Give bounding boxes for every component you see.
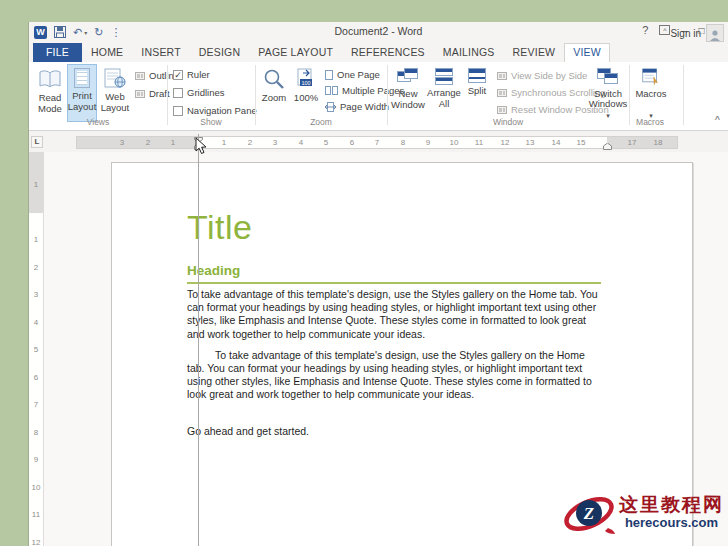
ruler-label: 10 [29,483,43,493]
document-heading-text[interactable]: Heading [187,263,601,284]
svg-text:100: 100 [301,80,310,86]
macros-button[interactable]: Macros ▾ [633,64,669,122]
ruler-label: 1 [218,138,230,147]
outline-icon [135,72,145,80]
ruler-label: 15 [575,138,587,147]
ribbon-tab[interactable]: INSERT [132,43,190,62]
ruler-label: 12 [29,538,43,546]
ribbon: Read Mode Print Layout Web Layout [29,62,728,131]
print-layout-icon [74,68,90,88]
ribbon-tab[interactable]: PAGE LAYOUT [249,43,342,62]
ruler-label: 13 [524,138,536,147]
ruler-label: 1 [29,180,43,190]
person-icon [709,29,721,41]
checkbox-icon[interactable] [173,106,183,116]
arrange-all-icon [435,68,453,85]
zoom-button[interactable]: Zoom [259,64,289,122]
page-width-button[interactable]: Page Width [325,99,389,114]
screenshot-canvas: W ↶ ▾ ↻ ⋮ Document2 - Word ? ^ – □ × [0,0,728,546]
ruler-labels: 3211234567891011121314151718 [30,137,632,150]
avatar[interactable] [706,24,724,42]
watermark-url-text: herecours.com [625,516,718,530]
ribbon-tab[interactable]: HOME [82,43,132,62]
ruler-label: 7 [371,138,383,147]
show-checkbox-item[interactable]: Ruler [173,67,257,82]
multiple-pages-icon [325,86,338,95]
view-side-by-side-icon [497,72,507,80]
checkbox-icon[interactable] [173,88,183,98]
new-window-button[interactable]: New Window [391,64,425,122]
ruler-label: 3 [29,290,43,300]
ribbon-tab[interactable]: MAILINGS [434,43,504,62]
document-title-text[interactable]: Title [187,207,601,247]
group-separator [167,65,168,125]
new-window-icon [397,68,419,86]
reset-window-position-icon [497,106,507,114]
zoom-icon [263,68,285,90]
show-checkbox-item[interactable]: Gridlines [173,85,257,100]
group-separator [683,65,684,125]
ruler-label: 2 [142,138,154,147]
ribbon-tab-row: FILEHOMEINSERTDESIGNPAGE LAYOUTREFERENCE… [29,42,728,62]
title-bar[interactable]: W ↶ ▾ ↻ ⋮ Document2 - Word ? ^ – □ × [29,22,728,42]
split-button[interactable]: Split [463,64,491,122]
zoom-100-icon: 100 [295,68,317,90]
read-mode-button[interactable]: Read Mode [35,64,65,122]
indent-guide-line [198,134,199,546]
horizontal-ruler[interactable]: 3211234567891011121314151718 [76,136,678,149]
paragraph[interactable]: To take advantage of this template's des… [187,349,601,402]
switch-windows-button[interactable]: Switch Windows ▾ [587,64,629,122]
macros-icon [641,68,661,86]
collapse-ribbon-icon[interactable]: ^ [715,114,720,124]
ruler-label: 11 [473,138,485,147]
views-group-label: Views [33,117,163,127]
paragraph[interactable]: Go ahead and get started. [187,425,601,437]
ruler-labels: 1123456789101112 [29,152,43,546]
ruler-label: 17 [626,138,638,147]
ribbon-tab[interactable]: REFERENCES [342,43,434,62]
help-button[interactable]: ? [642,24,648,36]
ribbon-display-options-button[interactable]: ^ [659,25,670,35]
macros-group-label: Macros [619,117,681,127]
ruler-label: 5 [29,345,43,355]
draft-button[interactable]: Draft [135,86,170,101]
arrange-all-button[interactable]: Arrange All [427,64,461,122]
paragraph[interactable]: To take advantage of this template's des… [187,288,601,341]
split-icon [468,68,486,83]
ruler-label: 2 [29,263,43,273]
switch-windows-icon [597,68,619,86]
show-checkbox-item[interactable]: Navigation Pane [173,103,257,118]
group-separator [387,65,388,125]
zoom-100-button[interactable]: 100 100% [291,64,321,122]
ribbon-tab[interactable]: DESIGN [190,43,249,62]
ruler-label: 4 [295,138,307,147]
ribbon-tab[interactable]: REVIEW [504,43,565,62]
vertical-ruler[interactable]: 1123456789101112 [29,152,44,546]
watermark: Z Z 这里教程网 herecours.com [559,482,728,546]
group-separator [255,65,256,125]
ruler-label: 1 [29,235,43,245]
watermark-logo-icon: Z [563,488,615,538]
web-layout-button[interactable]: Web Layout [99,64,131,122]
sign-in[interactable]: Sign in [670,24,724,42]
ruler-label: 7 [29,400,43,410]
sign-in-label: Sign in [670,28,701,39]
group-separator [629,65,630,125]
right-indent-marker[interactable] [603,143,612,150]
ruler-label: 1 [167,138,179,147]
ruler-label: 5 [320,138,332,147]
ribbon-tab[interactable]: FILE [33,43,82,62]
mouse-cursor [195,137,207,155]
checkbox-icon[interactable] [173,70,183,80]
page-content: Title Heading To take advantage of this … [187,163,601,437]
one-page-icon [325,70,333,80]
ruler-label: 6 [29,373,43,383]
one-page-button[interactable]: One Page [325,67,380,82]
ribbon-tab[interactable]: VIEW [564,43,610,62]
print-layout-button[interactable]: Print Layout [67,64,97,122]
view-side-by-side-button[interactable]: View Side by Side [497,68,587,83]
web-layout-icon [104,68,126,89]
window-group-label: Window [389,117,627,127]
ruler-label: 3 [269,138,281,147]
show-group: Ruler Gridlines Navigation Pane [173,67,257,121]
